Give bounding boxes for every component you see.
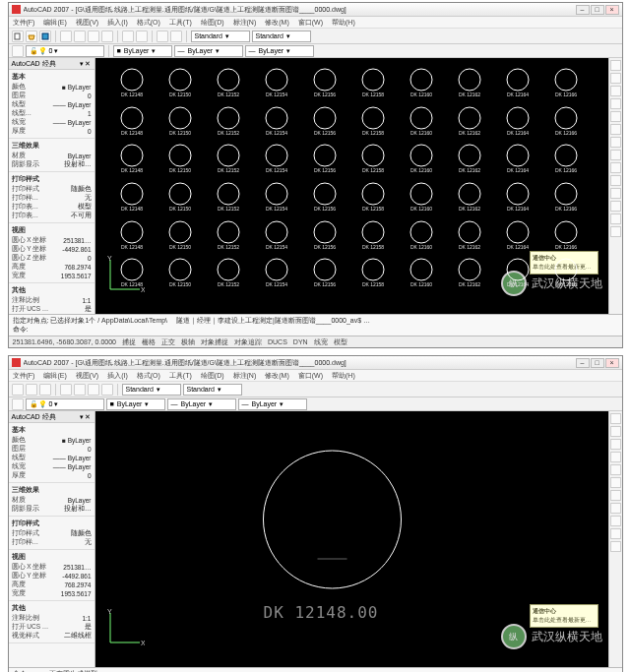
section-thumb[interactable]: DK 12156 <box>308 180 342 215</box>
open-icon[interactable] <box>26 384 37 396</box>
save-icon[interactable] <box>39 31 51 42</box>
print-icon[interactable] <box>60 384 72 396</box>
menu-modify[interactable]: 修改(M) <box>265 18 289 28</box>
paste-icon[interactable] <box>101 31 113 42</box>
section-thumb[interactable]: DK 12158 <box>356 218 390 254</box>
section-thumb[interactable]: DK 12166 <box>549 142 583 177</box>
section-thumb[interactable]: DK 12150 <box>163 256 197 291</box>
section-thumb[interactable]: DK 12156 <box>308 104 342 140</box>
new-icon[interactable] <box>12 31 24 42</box>
section-thumb[interactable]: DK 12160 <box>405 142 438 177</box>
fillet-icon[interactable] <box>610 528 621 539</box>
section-thumb[interactable]: DK 12148 <box>115 104 149 140</box>
section-thumb[interactable]: DK 12166 <box>549 104 583 140</box>
menu-view[interactable]: 视图(V) <box>76 18 98 28</box>
lineweight-combo[interactable]: — ByLayer▾ <box>238 398 307 410</box>
rotate-icon[interactable] <box>610 477 621 488</box>
ducs-toggle[interactable]: DUCS <box>268 338 287 345</box>
model-canvas[interactable]: DK 12148.00 XY 通信中心单击此处查看最新更… 纵 武汉纵横天地 <box>95 411 608 667</box>
section-thumb[interactable]: DK 12152 <box>212 66 245 101</box>
section-thumb[interactable]: DK 12148 <box>115 218 149 254</box>
stretch-icon[interactable] <box>610 162 621 173</box>
section-thumb[interactable]: DK 12164 <box>501 218 535 254</box>
explode-icon[interactable] <box>610 541 621 552</box>
section-thumb[interactable]: DK 12148 <box>115 256 149 291</box>
color-combo[interactable]: ■ ByLayer▾ <box>106 398 165 410</box>
section-thumb[interactable]: DK 12166 <box>549 66 583 101</box>
section-thumb[interactable]: DK 12152 <box>212 104 245 140</box>
save-icon[interactable] <box>39 384 51 396</box>
layer-combo[interactable]: 🔓💡 0 ▾ <box>26 45 104 57</box>
copy-obj-icon[interactable] <box>610 426 621 437</box>
close-button[interactable]: × <box>605 5 619 15</box>
undo-icon[interactable] <box>122 31 134 42</box>
paste-icon[interactable] <box>101 384 113 396</box>
section-thumb[interactable]: DK 12158 <box>356 256 390 291</box>
menu-draw[interactable]: 绘图(D) <box>201 18 224 28</box>
ortho-toggle[interactable]: 正交 <box>161 337 175 347</box>
menu-window[interactable]: 窗口(W) <box>298 371 323 381</box>
linetype-combo[interactable]: — ByLayer▾ <box>174 45 243 57</box>
section-thumb[interactable]: DK 12160 <box>405 256 438 291</box>
section-thumb[interactable]: DK 12164 <box>501 104 535 140</box>
move-icon[interactable] <box>610 464 621 475</box>
section-thumb[interactable]: DK 12164 <box>501 66 535 101</box>
menu-window[interactable]: 窗口(W) <box>298 18 323 28</box>
copy-obj-icon[interactable] <box>610 73 621 84</box>
break-icon[interactable] <box>610 201 621 212</box>
section-thumb[interactable]: DK 12162 <box>453 104 486 140</box>
section-thumb[interactable]: DK 12152 <box>212 256 245 291</box>
section-thumb[interactable]: DK 12164 <box>501 256 535 291</box>
redo-icon[interactable] <box>136 31 148 42</box>
section-thumb[interactable]: DK 12148 <box>115 66 149 101</box>
section-thumb[interactable]: DK 12154 <box>260 218 293 254</box>
rotate-icon[interactable] <box>610 137 621 148</box>
section-thumb[interactable]: DK 12154 <box>260 256 293 291</box>
section-thumb[interactable]: DK 12148 <box>115 142 149 177</box>
fillet-icon[interactable] <box>610 214 621 224</box>
section-thumb[interactable]: DK 12156 <box>308 142 342 177</box>
model-toggle[interactable]: 模型 <box>334 337 347 347</box>
trim-icon[interactable] <box>610 503 621 514</box>
menu-tools[interactable]: 工具(T) <box>169 18 192 28</box>
open-icon[interactable] <box>26 31 37 42</box>
extend-icon[interactable] <box>610 516 621 526</box>
titlebar[interactable]: AutoCAD 2007 - [G\通用图纸.线路上工程测量.通用图纸/隧道/G… <box>9 3 622 17</box>
menu-tools[interactable]: 工具(T) <box>169 371 192 381</box>
menu-format[interactable]: 格式(O) <box>137 371 160 381</box>
polar-toggle[interactable]: 极轴 <box>181 337 195 347</box>
offset-icon[interactable] <box>610 452 621 462</box>
section-thumb[interactable]: DK 12160 <box>405 66 438 101</box>
section-thumb[interactable]: DK 12156 <box>308 218 342 254</box>
command-line[interactable]: 命令: regen 正在重生成模型。 命令: <box>9 667 622 672</box>
style-combo[interactable]: Standard▾ <box>122 384 181 396</box>
section-thumb[interactable]: DK 12150 <box>163 66 197 101</box>
zoom-icon[interactable] <box>170 31 182 42</box>
section-thumb[interactable]: DK 12166 <box>549 218 583 254</box>
copy-icon[interactable] <box>88 31 99 42</box>
osnap-toggle[interactable]: 对象捕捉 <box>201 337 228 347</box>
menu-file[interactable]: 文件(F) <box>13 18 35 28</box>
section-thumb[interactable]: DK 12160 <box>405 218 438 254</box>
layer-manager-icon[interactable] <box>12 398 24 410</box>
dimstyle-combo[interactable]: Standard▾ <box>252 31 311 42</box>
copy-icon[interactable] <box>88 384 99 396</box>
menu-help[interactable]: 帮助(H) <box>332 18 355 28</box>
menu-file[interactable]: 文件(F) <box>13 371 35 381</box>
section-thumb[interactable]: DK 12156 <box>308 256 342 291</box>
menu-insert[interactable]: 插入(I) <box>107 371 128 381</box>
menu-help[interactable]: 帮助(H) <box>332 371 355 381</box>
titlebar[interactable]: AutoCAD 2007 - [G\通用图纸.线路上工程测量.通用图纸/隧道/G… <box>9 356 622 370</box>
section-thumb[interactable]: DK 12162 <box>453 66 486 101</box>
section-thumb[interactable]: DK 12154 <box>260 180 293 215</box>
section-thumb[interactable]: DK 12154 <box>260 104 293 140</box>
section-thumb[interactable]: DK 12148 <box>115 180 149 215</box>
section-thumb[interactable]: DK 12158 <box>356 142 390 177</box>
model-canvas[interactable]: XY 通信中心单击此处查看最新更… 纵 武汉纵横天地 DK 12148DK 12… <box>95 58 608 314</box>
menu-edit[interactable]: 编辑(E) <box>43 18 66 28</box>
minimize-button[interactable]: – <box>576 358 590 368</box>
lineweight-combo[interactable]: — ByLayer▾ <box>245 45 314 57</box>
section-thumb[interactable]: DK 12156 <box>308 66 342 101</box>
menu-modify[interactable]: 修改(M) <box>265 371 289 381</box>
new-icon[interactable] <box>12 384 24 396</box>
